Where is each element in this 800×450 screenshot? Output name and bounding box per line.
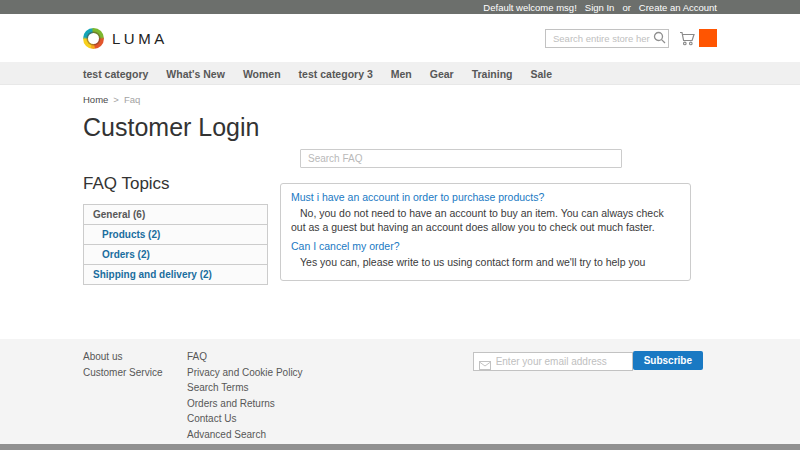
topic-shipping-and-delivery[interactable]: Shipping and delivery (2) (84, 265, 267, 284)
footer-link-advanced-search[interactable]: Advanced Search (187, 429, 303, 440)
newsletter-form: Subscribe (473, 351, 703, 444)
create-account-link[interactable]: Create an Account (639, 2, 717, 13)
header: LUMA (0, 14, 800, 62)
subscribe-button[interactable]: Subscribe (633, 351, 703, 370)
faq-topics-list: General (6) Products (2) Orders (2) Ship… (83, 204, 268, 285)
faq-question-link[interactable]: Can I cancel my order? (291, 240, 680, 252)
topic-general[interactable]: General (6) (84, 205, 267, 225)
main-content: Home > Faq Customer Login FAQ Topics Gen… (0, 85, 800, 339)
footer-link-customer-service[interactable]: Customer Service (83, 367, 187, 378)
luma-logo[interactable]: LUMA (83, 28, 168, 49)
faq-search-input[interactable] (300, 149, 622, 168)
footer-link-faq[interactable]: FAQ (187, 351, 303, 362)
sign-in-link[interactable]: Sign In (585, 2, 615, 13)
footer-link-about-us[interactable]: About us (83, 351, 187, 362)
main-navigation: test category What's New Women test cate… (0, 62, 800, 85)
footer-link-contact-us[interactable]: Contact Us (187, 413, 303, 424)
topic-products[interactable]: Products (2) (84, 225, 267, 245)
store-search-input[interactable] (545, 29, 669, 48)
top-bar: Default welcome msg! Sign In or Create a… (0, 0, 800, 14)
search-icon[interactable] (653, 31, 666, 44)
newsletter-email-input[interactable] (473, 352, 633, 371)
faq-answer: Yes you can, please write to us using co… (291, 255, 680, 269)
cart-highlight-box (699, 29, 717, 47)
breadcrumb: Home > Faq (83, 85, 717, 105)
footer: About us Customer Service FAQ Privacy an… (0, 339, 800, 444)
bottom-copyright-strip (0, 444, 800, 450)
breadcrumb-current: Faq (124, 94, 140, 105)
nav-item-whats-new[interactable]: What's New (166, 68, 225, 80)
footer-link-orders-returns[interactable]: Orders and Returns (187, 398, 303, 409)
nav-item-women[interactable]: Women (243, 68, 281, 80)
luma-logo-icon (83, 28, 104, 49)
nav-item-sale[interactable]: Sale (531, 68, 553, 80)
nav-item-men[interactable]: Men (391, 68, 412, 80)
footer-link-search-terms[interactable]: Search Terms (187, 382, 303, 393)
nav-item-training[interactable]: Training (472, 68, 513, 80)
nav-item-gear[interactable]: Gear (430, 68, 454, 80)
faq-answer: No, you do not need to have an account t… (291, 206, 680, 234)
faq-answers-panel: Must i have an account in order to purch… (280, 183, 691, 281)
welcome-message: Default welcome msg! (483, 2, 576, 13)
or-text: or (622, 2, 630, 13)
luma-logo-text: LUMA (112, 30, 168, 47)
envelope-icon (479, 356, 491, 374)
topic-orders[interactable]: Orders (2) (84, 245, 267, 265)
nav-item-test-category[interactable]: test category (83, 68, 148, 80)
faq-question-link[interactable]: Must i have an account in order to purch… (291, 191, 680, 203)
breadcrumb-home-link[interactable]: Home (83, 94, 108, 105)
page-title: Customer Login (83, 113, 717, 142)
footer-link-privacy-policy[interactable]: Privacy and Cookie Policy (187, 367, 303, 378)
cart-icon[interactable] (679, 31, 696, 46)
breadcrumb-separator: > (113, 94, 119, 105)
nav-item-test-category-3[interactable]: test category 3 (299, 68, 373, 80)
faq-topics-heading: FAQ Topics (83, 174, 268, 194)
